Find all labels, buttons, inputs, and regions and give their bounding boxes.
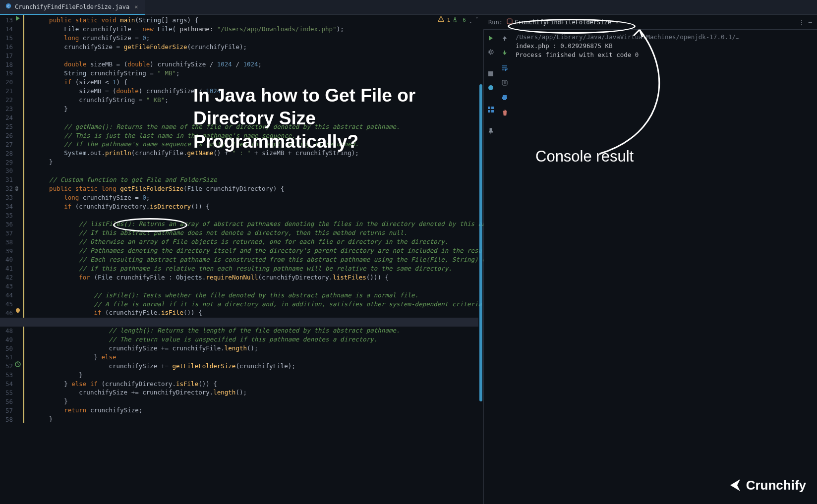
- run-command-line: /Users/app/Library/Java/JavaVirtualMachi…: [516, 33, 813, 42]
- rerun-icon[interactable]: [486, 34, 495, 43]
- marker-gutter: @: [15, 15, 22, 504]
- svg-rect-10: [488, 71, 493, 76]
- crunchify-logo-text: Crunchify: [746, 478, 806, 493]
- svg-rect-6: [17, 312, 19, 313]
- run-output-line: index.php : 0.029296875 KB: [516, 42, 813, 51]
- run-tab-close[interactable]: ×: [613, 19, 619, 26]
- svg-rect-8: [507, 19, 512, 24]
- java-file-icon: C: [5, 2, 12, 11]
- line-number-gutter: 1314151617181920212223242526272829303132…: [0, 15, 15, 504]
- svg-rect-12: [488, 107, 490, 109]
- clear-all-icon[interactable]: [500, 108, 509, 117]
- run-tool-window: Run: CrunchifyFindFileFolderSize × ⋮ —: [483, 15, 817, 504]
- svg-rect-16: [504, 39, 505, 41]
- run-hide-icon[interactable]: —: [809, 19, 812, 26]
- soft-wrap-icon[interactable]: [500, 63, 509, 72]
- tab-close-button[interactable]: ×: [132, 3, 140, 10]
- run-exit-line: Process finished with exit code 0: [516, 51, 813, 59]
- svg-rect-19: [503, 95, 507, 97]
- main-split: 1 A 6 ˆ ˇ 131415161718192021222324252627…: [0, 15, 817, 504]
- editor-tabbar: C CrunchifyFindFileFolderSize.java ×: [0, 0, 817, 15]
- run-toolbar-secondary: [498, 30, 512, 504]
- code-area[interactable]: 1314151617181920212223242526272829303132…: [0, 15, 483, 504]
- run-config-name: CrunchifyFindFileFolderSize: [515, 19, 611, 26]
- run-settings-icon[interactable]: [486, 48, 495, 56]
- svg-rect-14: [488, 110, 490, 112]
- layout-icon[interactable]: [486, 105, 495, 114]
- crunchify-logo-icon: [725, 476, 743, 494]
- svg-rect-21: [503, 99, 506, 100]
- run-config-icon: [507, 18, 513, 26]
- run-label: Run:: [488, 19, 503, 26]
- up-stack-icon[interactable]: [500, 34, 509, 43]
- scroll-to-end-icon[interactable]: [500, 78, 509, 87]
- stop-icon[interactable]: [486, 69, 495, 78]
- pin-icon[interactable]: [486, 127, 495, 136]
- run-console[interactable]: /Users/app/Library/Java/JavaVirtualMachi…: [512, 30, 817, 504]
- editor-scrollbar-thumb[interactable]: [479, 84, 482, 401]
- tab-filename: CrunchifyFindFileFolderSize.java: [15, 3, 129, 10]
- crunchify-logo: Crunchify: [725, 476, 806, 494]
- svg-text:C: C: [7, 4, 9, 8]
- svg-point-5: [16, 308, 20, 312]
- svg-rect-15: [491, 110, 494, 112]
- svg-point-11: [488, 85, 493, 90]
- svg-rect-17: [504, 51, 505, 53]
- run-toolbar-primary: [484, 30, 498, 504]
- run-config-tab[interactable]: CrunchifyFindFileFolderSize ×: [507, 18, 619, 26]
- fold-gutter[interactable]: [25, 15, 32, 504]
- svg-rect-13: [491, 107, 494, 109]
- editor-pane: 1 A 6 ˆ ˇ 131415161718192021222324252627…: [0, 15, 483, 504]
- run-header: Run: CrunchifyFindFileFolderSize × ⋮ —: [483, 15, 817, 30]
- print-icon[interactable]: [500, 93, 509, 102]
- dump-threads-icon[interactable]: [486, 83, 495, 92]
- svg-point-9: [490, 51, 492, 54]
- down-stack-icon[interactable]: [500, 49, 509, 57]
- code-editor[interactable]: public static void main(String[] args) {…: [32, 15, 483, 504]
- editor-tab-active[interactable]: C CrunchifyFindFileFolderSize.java ×: [0, 0, 145, 15]
- run-more-icon[interactable]: ⋮: [799, 19, 805, 26]
